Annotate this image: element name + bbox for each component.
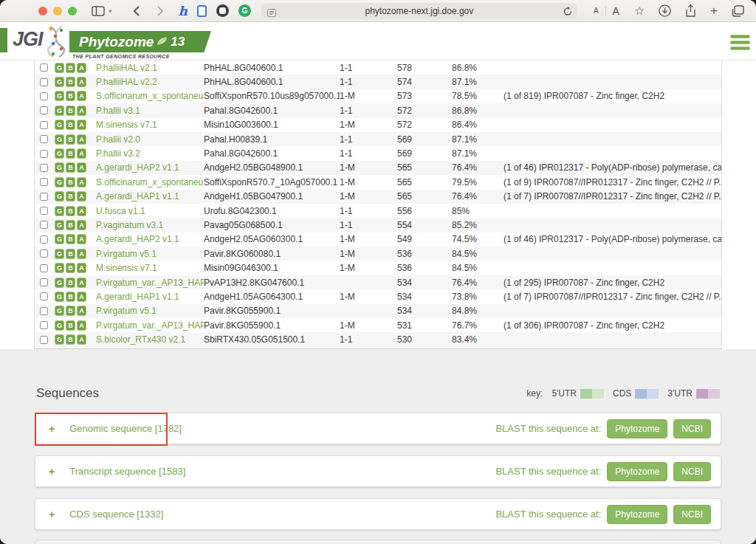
badge-b-button[interactable]: B	[66, 206, 75, 216]
tab-overview-icon[interactable]	[732, 5, 744, 17]
badge-g-button[interactable]: G	[55, 234, 64, 244]
badge-b-button[interactable]: B	[66, 106, 75, 116]
sequence-panel-label[interactable]: Transcript sequence [1583]	[69, 466, 185, 477]
new-tab-button[interactable]: +	[710, 4, 718, 18]
expand-plus-icon[interactable]: +	[49, 466, 55, 478]
badge-b-button[interactable]: B	[66, 148, 75, 159]
species-link[interactable]: P.virgatum_var._AP13_HAP1 v6.1	[96, 320, 204, 331]
species-link[interactable]: M.sinensis v7.1	[96, 263, 204, 273]
species-link[interactable]: S.officinarum_x_spontaneum_R570	[96, 91, 204, 101]
share-icon[interactable]	[685, 4, 696, 18]
species-link[interactable]: P.vaginatum v3.1	[96, 220, 204, 230]
text-smaller-button[interactable]: A	[594, 7, 599, 15]
sequence-panel-label[interactable]: Genomic sequence [1782]	[69, 423, 182, 434]
close-window-button[interactable]	[38, 7, 47, 16]
sidebar-chevron-icon[interactable]: ▾	[109, 7, 112, 15]
extension-h-icon[interactable]: h	[179, 4, 188, 18]
badge-a-button[interactable]: A	[77, 249, 86, 259]
row-checkbox[interactable]	[40, 249, 48, 258]
phytozome-banner[interactable]: Phytozome 13	[69, 31, 211, 52]
badge-b-button[interactable]: B	[66, 177, 75, 187]
badge-b-button[interactable]: B	[66, 234, 75, 244]
badge-g-button[interactable]: G	[55, 148, 64, 159]
species-link[interactable]: P.hallii v3.2	[96, 148, 204, 159]
species-link[interactable]: A.gerardi_HAP1 v1.1	[96, 191, 204, 202]
badge-a-button[interactable]: A	[77, 220, 86, 230]
badge-g-button[interactable]: G	[55, 106, 64, 116]
badge-a-button[interactable]: A	[77, 206, 86, 216]
bookmark-star-icon[interactable]: ☆	[634, 4, 645, 18]
row-checkbox[interactable]	[40, 235, 48, 244]
badge-g-button[interactable]: G	[55, 306, 64, 316]
badge-g-button[interactable]: G	[55, 220, 64, 230]
jgi-logo[interactable]: JGI	[13, 28, 43, 51]
badge-a-button[interactable]: A	[77, 106, 86, 116]
badge-b-button[interactable]: B	[66, 220, 75, 230]
species-link[interactable]: P.virgatum v5.1	[96, 306, 204, 316]
badge-g-button[interactable]: G	[55, 334, 64, 345]
badge-a-button[interactable]: A	[77, 234, 86, 244]
species-link[interactable]: P.virgatum v5.1	[96, 249, 204, 259]
badge-b-button[interactable]: B	[66, 120, 75, 130]
species-link[interactable]: M.sinensis v7.1	[96, 120, 204, 130]
species-link[interactable]: A.gerardi_HAP2 v1.1	[96, 162, 204, 173]
address-bar[interactable]: phytozome-next.jgi.doe.gov	[261, 3, 577, 18]
species-link[interactable]: U.fusca v1.1	[96, 206, 204, 216]
zoom-window-button[interactable]	[68, 7, 77, 16]
row-checkbox[interactable]	[40, 135, 48, 143]
species-link[interactable]: A.gerardi_HAP2 v1.1	[96, 234, 204, 244]
extension-dark-circle-icon[interactable]	[216, 4, 229, 17]
badge-b-button[interactable]: B	[66, 191, 75, 202]
badge-b-button[interactable]: B	[66, 134, 75, 145]
expand-plus-icon[interactable]: +	[49, 509, 55, 520]
row-checkbox[interactable]	[40, 78, 48, 86]
badge-a-button[interactable]: A	[77, 278, 86, 288]
species-link[interactable]: S.bicolor_RTx430 v2.1	[96, 334, 204, 345]
species-link[interactable]: P.halliiHAL v2.2	[96, 77, 204, 87]
row-checkbox[interactable]	[40, 278, 48, 286]
badge-b-button[interactable]: B	[66, 77, 75, 87]
minimize-window-button[interactable]	[53, 7, 62, 16]
row-checkbox[interactable]	[40, 207, 48, 215]
blast-phytozome-button[interactable]: Phytozome	[607, 462, 667, 481]
downloads-icon[interactable]	[659, 4, 671, 17]
reload-icon[interactable]	[563, 6, 572, 19]
badge-a-button[interactable]: A	[77, 177, 86, 187]
badge-a-button[interactable]: A	[77, 148, 86, 159]
row-checkbox[interactable]	[40, 150, 48, 158]
badge-g-button[interactable]: G	[55, 320, 64, 331]
reader-view-icon[interactable]	[267, 7, 276, 20]
badge-a-button[interactable]: A	[77, 162, 86, 173]
badge-g-button[interactable]: G	[55, 120, 64, 130]
blast-phytozome-button[interactable]: Phytozome	[607, 505, 667, 524]
badge-b-button[interactable]: B	[66, 162, 75, 173]
badge-a-button[interactable]: A	[77, 320, 86, 331]
badge-g-button[interactable]: G	[55, 77, 64, 87]
row-checkbox[interactable]	[40, 321, 48, 329]
badge-a-button[interactable]: A	[77, 63, 86, 73]
badge-a-button[interactable]: A	[77, 91, 86, 101]
blast-ncbi-button[interactable]: NCBI	[673, 419, 711, 438]
row-checkbox[interactable]	[40, 106, 48, 114]
row-checkbox[interactable]	[40, 336, 48, 344]
blast-ncbi-button[interactable]: NCBI	[673, 462, 711, 481]
blast-phytozome-button[interactable]: Phytozome	[607, 419, 667, 438]
badge-b-button[interactable]: B	[66, 263, 75, 273]
species-link[interactable]: P.halliiHAL v2.1	[96, 63, 204, 73]
badge-g-button[interactable]: G	[55, 91, 64, 101]
badge-a-button[interactable]: A	[77, 306, 86, 316]
badge-g-button[interactable]: G	[55, 249, 64, 259]
badge-g-button[interactable]: G	[55, 206, 64, 216]
row-checkbox[interactable]	[40, 121, 48, 129]
species-link[interactable]: S.officinarum_x_spontaneum_R570	[96, 177, 204, 187]
badge-g-button[interactable]: G	[55, 191, 64, 202]
menu-hamburger-icon[interactable]	[730, 35, 750, 50]
badge-a-button[interactable]: A	[77, 263, 86, 273]
badge-a-button[interactable]: A	[77, 120, 86, 130]
row-checkbox[interactable]	[40, 292, 48, 300]
extension-green-circle-icon[interactable]: G	[238, 4, 251, 17]
sidebar-toggle-icon[interactable]	[92, 6, 105, 16]
badge-g-button[interactable]: G	[55, 263, 64, 273]
blast-ncbi-button[interactable]: NCBI	[673, 505, 711, 524]
row-checkbox[interactable]	[40, 193, 48, 201]
